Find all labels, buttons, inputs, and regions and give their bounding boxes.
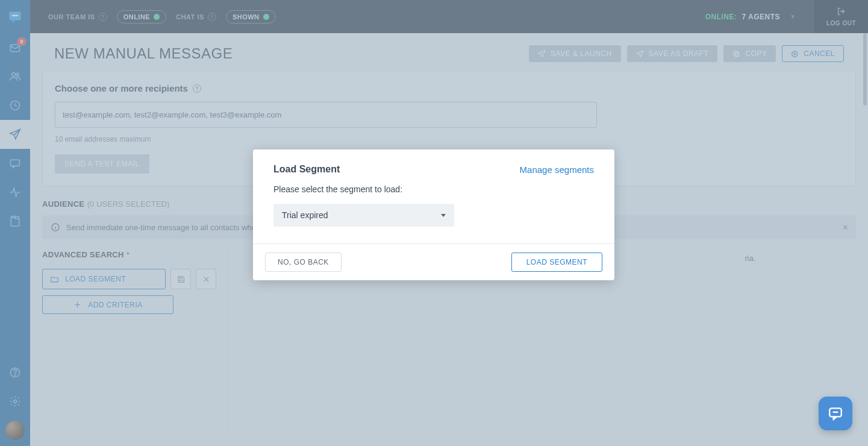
segment-select[interactable]: Trial expired <box>273 204 454 227</box>
load-segment-modal: Load Segment Manage segments Please sele… <box>253 149 614 280</box>
modal-cancel-button[interactable]: NO, GO BACK <box>265 253 342 272</box>
chevron-down-icon <box>441 214 446 217</box>
modal-title: Load Segment <box>273 164 340 175</box>
modal-confirm-button[interactable]: LOAD SEGMENT <box>511 253 602 272</box>
chat-fab[interactable] <box>819 397 852 430</box>
modal-prompt: Please select the segment to load: <box>273 184 594 194</box>
segment-selected-value: Trial expired <box>282 210 328 220</box>
manage-segments-link[interactable]: Manage segments <box>520 165 594 175</box>
